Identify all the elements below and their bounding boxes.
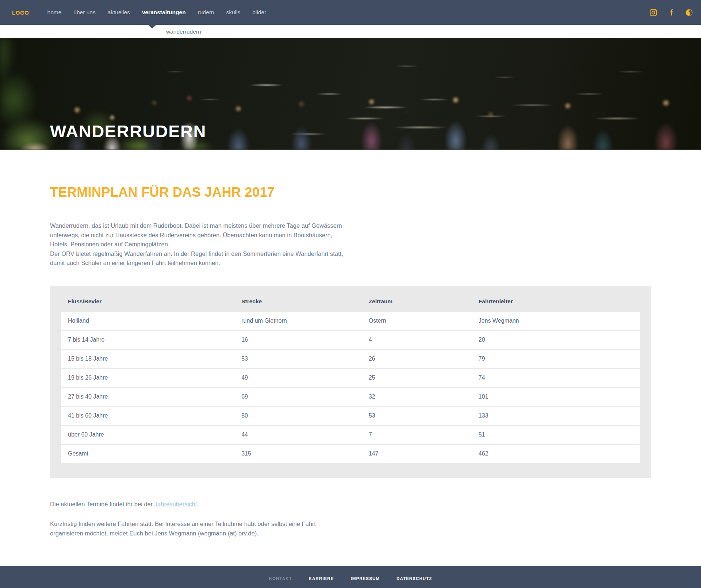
cell-fahrtenleiter: 79	[472, 350, 640, 368]
footer-link-kontakt[interactable]: KONTAKT	[269, 576, 292, 581]
column-header-strecke: Strecke	[235, 292, 362, 311]
cell-fluss: 27 bis 40 Jahre	[61, 388, 235, 406]
cell-strecke: 315	[235, 445, 362, 463]
cell-fahrtenleiter: 462	[472, 445, 640, 463]
cell-fahrtenleiter: 20	[472, 331, 640, 349]
cell-fahrtenleiter: 101	[472, 388, 640, 406]
main-nav: home über uns aktuelles veranstaltungen …	[47, 9, 267, 16]
footer-link-karriere[interactable]: KARRIERE	[309, 576, 334, 581]
subnav-item-wanderrudern[interactable]: wanderrudern	[166, 28, 201, 35]
cell-zeitraum: 25	[362, 369, 472, 387]
cell-fahrtenleiter: 133	[472, 407, 640, 425]
nav-item-veranstaltungen[interactable]: veranstaltungen	[142, 9, 186, 16]
cell-strecke: 16	[235, 331, 362, 349]
contact-paragraph: Kurzfristig finden weitere Fahrten statt…	[50, 519, 348, 538]
table-row: 19 bis 26 Jahre 49 25 74	[61, 369, 640, 387]
dropdown-caret-icon	[148, 25, 156, 28]
social-links	[650, 9, 693, 16]
intro-paragraph-2: Der ORV bietet regelmäßig Wanderfahren a…	[50, 249, 348, 268]
cell-fluss: 15 bis 18 Jahre	[61, 350, 235, 368]
table-row: über 60 Jahre 44 7 51	[61, 426, 640, 444]
cell-fahrtenleiter: 51	[472, 426, 640, 444]
nav-item-ueber-uns[interactable]: über uns	[73, 9, 95, 16]
cell-strecke: rund um Giethorn	[235, 312, 362, 330]
cell-zeitraum: 4	[362, 331, 472, 349]
nav-item-home[interactable]: home	[47, 9, 62, 16]
footer-link-impressum[interactable]: IMPRESSUM	[350, 576, 380, 581]
note-prefix: Die aktuellen Termine findet ihr bei der	[50, 501, 154, 507]
column-header-fahrtenleiter: Fahrtenleiter	[472, 292, 640, 311]
facebook-icon[interactable]	[667, 9, 675, 16]
page-title: WANDERRUDERN	[50, 121, 206, 141]
footer-link-datenschutz[interactable]: DATENSCHUTZ	[397, 576, 432, 581]
termine-note: Die aktuellen Termine findet ihr bei der…	[50, 500, 651, 509]
cell-fluss: über 60 Jahre	[61, 426, 235, 444]
table-row: Hollland rund um Giethorn Ostern Jens We…	[61, 312, 640, 330]
footer: KONTAKT KARRIERE IMPRESSUM DATENSCHUTZ	[0, 566, 701, 588]
instagram-icon[interactable]	[650, 9, 657, 16]
table-row: 27 bis 40 Jahre 69 32 101	[61, 388, 640, 406]
table-row-gesamt: Gesamt 315 147 462	[61, 445, 640, 463]
section-heading: TERMINPLAN FÜR DAS JAHR 2017	[50, 185, 651, 200]
cell-fahrtenleiter: Jens Wegmann	[472, 312, 640, 330]
column-header-zeitraum: Zeitraum	[362, 292, 472, 311]
site-logo[interactable]: LOGO	[12, 9, 29, 16]
cell-zeitraum: 53	[362, 407, 472, 425]
cell-strecke: 44	[235, 426, 362, 444]
main-content: TERMINPLAN FÜR DAS JAHR 2017 Wanderruder…	[50, 185, 651, 538]
globe-icon[interactable]	[685, 9, 693, 16]
column-header-fluss-revier: Fluss/Revier	[61, 292, 235, 311]
nav-item-bilder[interactable]: bilder	[252, 9, 266, 16]
table-row: 15 bis 18 Jahre 53 26 79	[61, 350, 640, 368]
cell-strecke: 69	[235, 388, 362, 406]
nav-item-skulls[interactable]: skulls	[226, 9, 240, 16]
cell-fluss: 19 bis 26 Jahre	[61, 369, 235, 387]
intro-paragraph-1: Wanderrudern, das ist Urlaub mit dem Rud…	[50, 221, 348, 249]
cell-zeitraum: 147	[362, 445, 472, 463]
intro-text: Wanderrudern, das ist Urlaub mit dem Rud…	[50, 221, 348, 268]
note-suffix: .	[197, 501, 199, 507]
cell-zeitraum: 32	[362, 388, 472, 406]
cell-fluss: 7 bis 14 Jahre	[61, 331, 235, 349]
cell-strecke: 49	[235, 369, 362, 387]
subnav-bar: wanderrudern	[0, 25, 701, 38]
jahresuebersicht-link[interactable]: Jahresübersicht	[154, 501, 197, 507]
cell-strecke: 80	[235, 407, 362, 425]
cell-fluss: 41 bis 60 Jahre	[61, 407, 235, 425]
cell-fahrtenleiter: 74	[472, 369, 640, 387]
table-row: 41 bis 60 Jahre 80 53 133	[61, 407, 640, 425]
cell-fluss: Gesamt	[61, 445, 235, 463]
hero-banner: WANDERRUDERN	[0, 38, 701, 150]
schedule-table-panel: Fluss/Revier Strecke Zeitraum Fahrtenlei…	[50, 286, 651, 478]
nav-item-aktuelles[interactable]: aktuelles	[108, 9, 130, 16]
cell-zeitraum: 7	[362, 426, 472, 444]
cell-strecke: 53	[235, 350, 362, 368]
cell-fluss: Hollland	[61, 312, 235, 330]
top-navbar: LOGO home über uns aktuelles veranstaltu…	[0, 0, 701, 25]
table-row: 7 bis 14 Jahre 16 4 20	[61, 331, 640, 349]
cell-zeitraum: 26	[362, 350, 472, 368]
table-header-row: Fluss/Revier Strecke Zeitraum Fahrtenlei…	[61, 292, 640, 311]
schedule-table: Fluss/Revier Strecke Zeitraum Fahrtenlei…	[61, 291, 640, 464]
cell-zeitraum: Ostern	[362, 312, 472, 330]
nav-item-rudern[interactable]: rudern	[198, 9, 214, 16]
